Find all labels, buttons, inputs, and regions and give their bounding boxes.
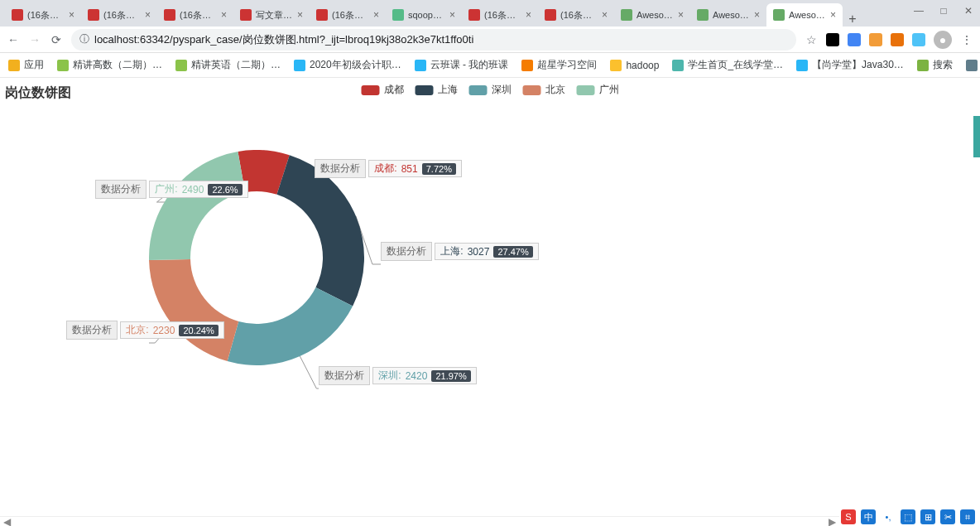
bookmark-item[interactable]: 应用 xyxy=(8,58,44,72)
browser-tab[interactable]: sqoop导… × xyxy=(386,3,462,27)
bookmark-favicon-icon xyxy=(8,60,20,71)
browser-tab[interactable]: Awesome… × xyxy=(614,3,690,27)
annotation-value: 851 xyxy=(401,163,418,175)
browser-tab[interactable]: (16条消息 × xyxy=(538,3,614,27)
nav-back-icon[interactable]: ← xyxy=(7,33,20,46)
bookmark-favicon-icon xyxy=(521,60,533,71)
donut-slice[interactable] xyxy=(149,152,245,260)
annotation-category: 数据分析 xyxy=(95,180,147,199)
tab-close-icon[interactable]: × xyxy=(526,9,531,21)
bookmark-favicon-icon xyxy=(610,60,622,71)
bookmark-favicon-icon xyxy=(175,60,187,71)
bookmark-favicon-icon xyxy=(917,60,929,71)
bookmark-item[interactable]: 云班课 - 我的班课 xyxy=(415,58,509,72)
tab-close-icon[interactable]: × xyxy=(602,9,608,21)
window-controls: — □ ✕ xyxy=(914,5,973,17)
browser-tab[interactable]: (16条消息 × xyxy=(81,3,157,27)
bookmark-star-icon[interactable]: ☆ xyxy=(805,33,818,46)
window-close-icon[interactable]: ✕ xyxy=(963,5,973,17)
bookmark-favicon-icon xyxy=(415,60,426,71)
annotation-category: 数据分析 xyxy=(66,321,118,340)
browser-tab[interactable]: (16条消息 × xyxy=(310,3,386,27)
chart-annotation: 数据分析 深圳: 2420 21.97% xyxy=(319,365,477,385)
tab-favicon-icon xyxy=(545,9,556,21)
bookmark-item[interactable]: 学生首页_在线学堂… xyxy=(672,58,783,72)
tab-favicon-icon xyxy=(164,9,175,21)
legend-item[interactable]: 深圳 xyxy=(469,83,512,97)
browser-tab[interactable]: (16条消息 × xyxy=(5,3,81,27)
legend-item[interactable]: 北京 xyxy=(523,83,565,97)
url-input[interactable]: ⓘ localhost:63342/pyspark_case/岗位数饼图.htm… xyxy=(71,29,796,51)
browser-tab[interactable]: (16条消息 × xyxy=(462,3,538,27)
annotation-percent: 7.72% xyxy=(422,163,456,175)
side-strip xyxy=(973,116,980,157)
bookmark-item[interactable]: hadoop xyxy=(610,60,659,71)
tab-close-icon[interactable]: × xyxy=(145,9,151,21)
bookmark-label: 学生首页_在线学堂… xyxy=(688,58,783,72)
tab-close-icon[interactable]: × xyxy=(678,9,684,21)
tab-label: sqoop导… xyxy=(408,9,446,22)
chart-annotation: 数据分析 北京: 2230 20.24% xyxy=(66,320,224,340)
extension-icon[interactable] xyxy=(826,33,839,46)
tab-close-icon[interactable]: × xyxy=(69,9,74,21)
tab-close-icon[interactable]: × xyxy=(221,9,227,21)
bookmark-label: 云班课 - 我的班课 xyxy=(430,58,509,72)
annotation-category: 数据分析 xyxy=(319,366,370,385)
tab-favicon-icon xyxy=(773,9,785,21)
nav-reload-icon[interactable]: ⟳ xyxy=(50,33,63,46)
browser-tab[interactable]: Awesome… × xyxy=(690,3,766,27)
tab-close-icon[interactable]: × xyxy=(297,9,303,21)
bookmark-label: 超星学习空间 xyxy=(537,58,597,72)
browser-tab[interactable]: 写文章-C… × xyxy=(233,3,310,27)
bookmark-label: 精讲高数（二期）… xyxy=(73,58,162,72)
url-text: localhost:63342/pyspark_case/岗位数饼图.html?… xyxy=(94,32,473,47)
browser-tab[interactable]: (16条消息 × xyxy=(157,3,233,27)
bookmark-label: 【尚学堂】Java30… xyxy=(812,58,904,72)
window-minimize-icon[interactable]: — xyxy=(914,5,924,17)
tab-label: (16条消息 xyxy=(180,9,218,22)
legend-item[interactable]: 成都 xyxy=(362,83,404,97)
bookmark-item[interactable]: 精讲英语（二期）… xyxy=(175,58,281,72)
tab-favicon-icon xyxy=(697,9,709,21)
browser-tab[interactable]: Awesome… × xyxy=(766,3,843,27)
extension-icon[interactable] xyxy=(912,33,925,46)
tab-label: 写文章-C… xyxy=(256,9,294,22)
site-info-icon[interactable]: ⓘ xyxy=(79,32,89,46)
annotation-percent: 22.6% xyxy=(208,184,242,195)
tab-favicon-icon xyxy=(621,9,632,21)
tab-close-icon[interactable]: × xyxy=(449,9,455,21)
donut-slice[interactable] xyxy=(149,259,238,361)
tab-close-icon[interactable]: × xyxy=(754,9,760,21)
tab-favicon-icon xyxy=(468,9,480,21)
annotation-percent: 21.97% xyxy=(431,370,470,382)
bookmark-item[interactable]: 2020年初级会计职… xyxy=(294,58,401,72)
bookmark-favicon-icon xyxy=(294,60,305,71)
annotation-city: 广州: xyxy=(155,182,177,196)
annotation-city: 上海: xyxy=(440,244,463,258)
window-maximize-icon[interactable]: □ xyxy=(939,5,949,17)
bookmark-item[interactable]: 搜索 xyxy=(917,58,953,72)
extension-icon[interactable] xyxy=(848,33,861,46)
legend-item[interactable]: 上海 xyxy=(416,83,458,97)
tab-label: (16条消息 xyxy=(560,9,598,22)
annotation-category: 数据分析 xyxy=(315,159,366,178)
tab-label: (16条消息 xyxy=(332,9,370,22)
profile-avatar-icon[interactable]: ● xyxy=(934,31,952,49)
bookmark-item[interactable]: 精讲高数（二期）… xyxy=(57,58,162,72)
extension-icon[interactable] xyxy=(891,33,904,46)
legend-label: 上海 xyxy=(438,83,458,97)
bookmark-item[interactable]: 超星学习空间 xyxy=(521,58,597,72)
tab-close-icon[interactable]: × xyxy=(830,9,836,21)
annotation-city: 成都: xyxy=(374,162,396,176)
bookmark-item[interactable]: 【尚学堂】Java30… xyxy=(796,58,904,72)
new-tab-button[interactable]: + xyxy=(843,12,862,27)
legend-item[interactable]: 广州 xyxy=(577,83,619,97)
extension-icon[interactable] xyxy=(869,33,882,46)
bookmark-item[interactable]: Scrapy教程— Scra… xyxy=(966,58,980,72)
tab-close-icon[interactable]: × xyxy=(373,9,379,21)
browser-menu-icon[interactable]: ⋮ xyxy=(960,33,973,46)
chart-legend: 成都上海深圳北京广州 xyxy=(362,83,619,97)
bookmark-label: 应用 xyxy=(24,58,44,72)
donut-slice[interactable] xyxy=(228,287,353,365)
legend-swatch-icon xyxy=(523,85,541,95)
